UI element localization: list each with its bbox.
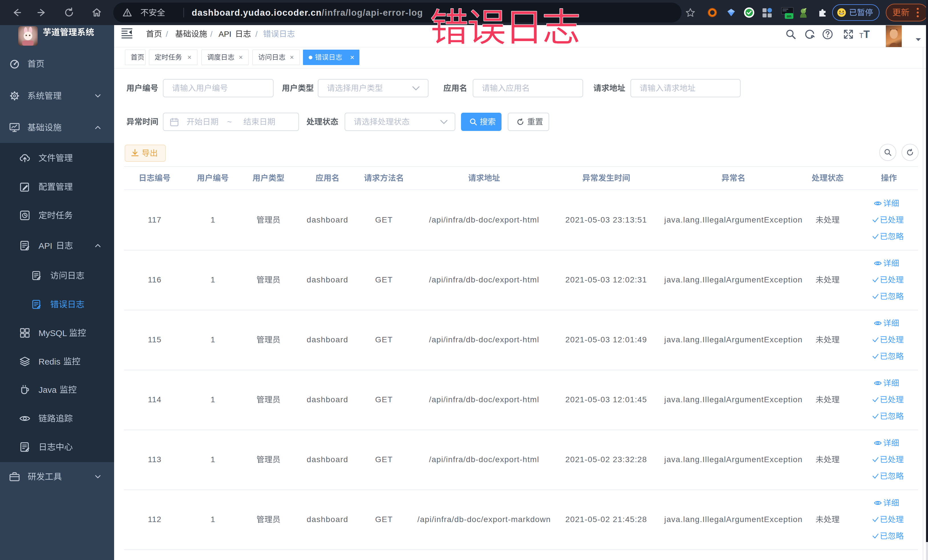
svg-text:on: on — [787, 14, 791, 18]
